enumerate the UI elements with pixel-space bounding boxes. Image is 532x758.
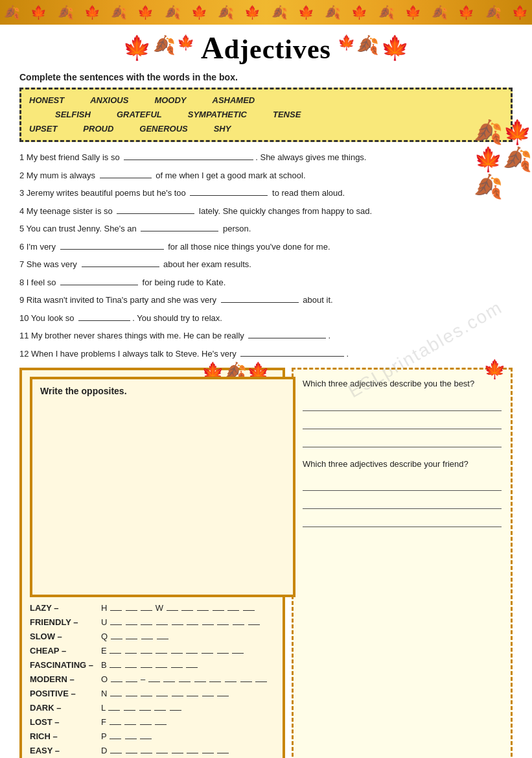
blank[interactable] bbox=[110, 731, 121, 739]
answer-line[interactable] bbox=[303, 513, 502, 527]
blank[interactable] bbox=[140, 731, 152, 739]
blank[interactable] bbox=[187, 617, 198, 625]
blank[interactable] bbox=[110, 688, 122, 696]
blank[interactable] bbox=[126, 674, 137, 682]
blank[interactable] bbox=[240, 348, 344, 357]
answer-line[interactable] bbox=[303, 495, 502, 509]
blank[interactable] bbox=[111, 674, 122, 682]
blank[interactable] bbox=[141, 222, 218, 231]
blank[interactable] bbox=[148, 674, 160, 682]
blank[interactable] bbox=[126, 631, 137, 639]
blank[interactable] bbox=[202, 745, 214, 753]
blank[interactable] bbox=[248, 617, 260, 625]
blank[interactable] bbox=[100, 169, 152, 178]
blank[interactable] bbox=[141, 745, 152, 753]
blank[interactable] bbox=[172, 688, 183, 696]
blank[interactable] bbox=[213, 602, 224, 611]
blank[interactable] bbox=[202, 688, 214, 696]
answer-line[interactable] bbox=[303, 397, 502, 411]
blank[interactable] bbox=[124, 151, 253, 160]
blank[interactable] bbox=[217, 617, 229, 625]
blank[interactable] bbox=[167, 602, 178, 611]
sentence-8: 8 I feel so for being rude to Kate. bbox=[19, 276, 513, 289]
answer-line[interactable] bbox=[303, 477, 502, 491]
blank[interactable] bbox=[141, 602, 152, 611]
sentence-4: 4 My teenage sister is so lately. She qu… bbox=[19, 205, 513, 218]
blank[interactable] bbox=[209, 674, 221, 682]
blank[interactable] bbox=[110, 602, 122, 611]
blank[interactable] bbox=[233, 617, 244, 625]
blank[interactable] bbox=[217, 745, 229, 753]
blank[interactable] bbox=[110, 617, 122, 625]
blank[interactable] bbox=[78, 312, 130, 321]
answer-line[interactable] bbox=[303, 415, 502, 429]
blank[interactable] bbox=[197, 602, 209, 611]
blank[interactable] bbox=[155, 717, 167, 725]
blank[interactable] bbox=[227, 602, 239, 611]
blank[interactable] bbox=[110, 717, 121, 725]
blank[interactable] bbox=[217, 688, 229, 696]
blank[interactable] bbox=[125, 645, 137, 654]
blank[interactable] bbox=[163, 674, 175, 682]
blank[interactable] bbox=[154, 702, 166, 711]
blank[interactable] bbox=[243, 602, 255, 611]
blank[interactable] bbox=[140, 717, 152, 725]
blank[interactable] bbox=[117, 205, 194, 214]
blank[interactable] bbox=[190, 187, 268, 196]
instruction-text: Complete the sentences with the words in… bbox=[19, 72, 513, 82]
blank[interactable] bbox=[202, 617, 214, 625]
blank[interactable] bbox=[126, 602, 137, 611]
blank[interactable] bbox=[126, 688, 137, 696]
blank[interactable] bbox=[141, 659, 152, 668]
blank[interactable] bbox=[125, 659, 137, 668]
leaf-icon: 🍂 bbox=[378, 5, 395, 20]
answer-line[interactable] bbox=[303, 433, 502, 447]
blank[interactable] bbox=[156, 659, 167, 668]
blank[interactable] bbox=[82, 258, 159, 267]
blank[interactable] bbox=[110, 645, 121, 654]
blank[interactable] bbox=[156, 617, 168, 625]
blank[interactable] bbox=[141, 645, 152, 654]
blank[interactable] bbox=[202, 645, 213, 654]
blank[interactable] bbox=[111, 631, 122, 639]
blank[interactable] bbox=[172, 617, 183, 625]
blank[interactable] bbox=[187, 688, 198, 696]
blank[interactable] bbox=[221, 294, 299, 303]
blank[interactable] bbox=[139, 702, 151, 711]
blank[interactable] bbox=[172, 745, 183, 753]
blank[interactable] bbox=[232, 645, 244, 654]
blank[interactable] bbox=[194, 674, 206, 682]
sentence-9: 9 Rita wasn't invited to Tina's party an… bbox=[19, 294, 513, 307]
blank[interactable] bbox=[124, 717, 136, 725]
blank[interactable] bbox=[156, 688, 168, 696]
blank[interactable] bbox=[171, 645, 183, 654]
blank[interactable] bbox=[240, 674, 252, 682]
blank[interactable] bbox=[125, 731, 137, 739]
blank[interactable] bbox=[156, 645, 167, 654]
blank[interactable] bbox=[186, 645, 198, 654]
blank[interactable] bbox=[187, 745, 198, 753]
blank[interactable] bbox=[126, 617, 137, 625]
blank[interactable] bbox=[225, 674, 237, 682]
blank[interactable] bbox=[170, 702, 181, 711]
blank[interactable] bbox=[186, 659, 198, 668]
blank[interactable] bbox=[124, 702, 135, 711]
blank[interactable] bbox=[110, 745, 122, 753]
blank[interactable] bbox=[141, 631, 153, 639]
blank[interactable] bbox=[60, 276, 138, 285]
blank[interactable] bbox=[157, 631, 168, 639]
main-content: ESLprintables.com 🍂🍁🍁🍂🍂 Complete the sen… bbox=[0, 67, 532, 758]
blank[interactable] bbox=[248, 329, 326, 338]
blank[interactable] bbox=[108, 702, 120, 711]
blank[interactable] bbox=[217, 645, 229, 654]
blank[interactable] bbox=[141, 688, 152, 696]
blank[interactable] bbox=[110, 659, 121, 668]
blank[interactable] bbox=[181, 602, 193, 611]
blank[interactable] bbox=[171, 659, 183, 668]
blank[interactable] bbox=[179, 674, 191, 682]
blank[interactable] bbox=[126, 745, 137, 753]
blank[interactable] bbox=[156, 745, 168, 753]
blank[interactable] bbox=[255, 674, 267, 682]
blank[interactable] bbox=[60, 241, 164, 250]
blank[interactable] bbox=[141, 617, 152, 625]
